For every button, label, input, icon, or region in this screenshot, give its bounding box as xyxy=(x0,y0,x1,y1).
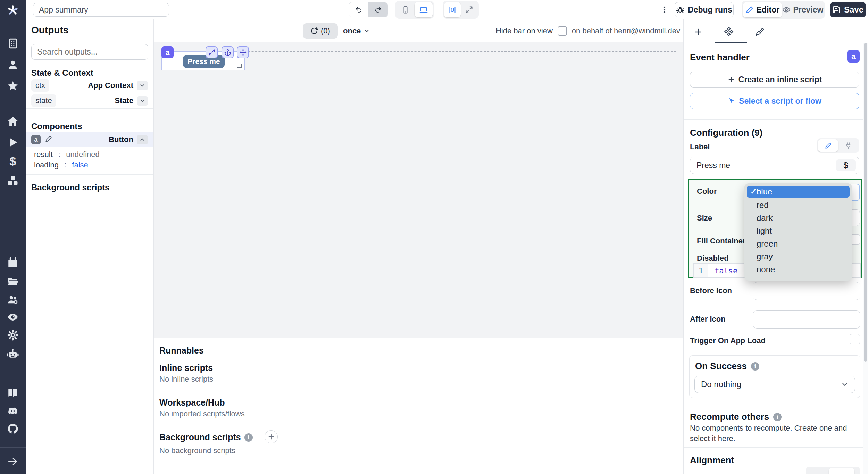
panel-scrollbar[interactable] xyxy=(863,43,868,474)
resize-handle[interactable] xyxy=(237,64,242,68)
user-icon[interactable] xyxy=(7,59,19,71)
insert-component-tab[interactable] xyxy=(691,25,705,39)
after-icon-input[interactable] xyxy=(753,310,860,329)
color-option-green[interactable]: green xyxy=(744,237,852,250)
component-id-badge-canvas[interactable]: a xyxy=(161,46,174,58)
groups-users-icon[interactable] xyxy=(7,294,19,306)
audit-eye-icon[interactable] xyxy=(7,311,19,323)
label-value-input[interactable] xyxy=(690,157,836,174)
styling-tab[interactable] xyxy=(753,25,767,39)
active-tab-underline xyxy=(715,42,747,43)
state-type-label: State xyxy=(115,96,133,105)
more-options-button[interactable] xyxy=(659,5,670,15)
workspace-hub-title: Workspace/Hub xyxy=(159,398,225,408)
variables-dollar-icon[interactable]: $ xyxy=(7,156,19,167)
add-background-script-button[interactable] xyxy=(265,430,278,443)
color-option-blue[interactable]: ✓ blue xyxy=(747,186,850,198)
alignment-control[interactable] xyxy=(806,467,860,474)
expand-component-button[interactable] xyxy=(206,46,218,58)
trigger-on-app-load-checkbox[interactable] xyxy=(850,334,860,344)
before-icon-label: Before Icon xyxy=(690,286,732,295)
hide-bar-checkbox[interactable] xyxy=(558,26,567,36)
docs-book-icon[interactable] xyxy=(7,387,19,399)
redo-button[interactable] xyxy=(368,2,388,17)
chevron-down-icon xyxy=(139,82,145,89)
workspace-icon[interactable] xyxy=(7,38,19,49)
scrollbar-thumb[interactable] xyxy=(864,43,867,362)
before-icon-input[interactable] xyxy=(753,282,860,300)
runs-play-icon[interactable] xyxy=(7,136,19,148)
resources-blocks-icon[interactable] xyxy=(7,175,19,186)
app-editor-screen: $ xyxy=(0,0,868,474)
debug-runs-button[interactable]: Debug runs xyxy=(675,2,734,17)
state-expand-button[interactable] xyxy=(137,96,148,106)
undo-icon xyxy=(355,6,362,14)
refresh-count-button[interactable]: (0) xyxy=(303,23,338,39)
app-summary-input[interactable] xyxy=(33,3,169,17)
hide-bar-label: Hide bar on view xyxy=(496,26,553,35)
ctx-expand-button[interactable] xyxy=(137,81,148,90)
alignment-active-segment[interactable] xyxy=(829,468,854,474)
prop-value: undefined xyxy=(66,150,100,159)
inline-scripts-title: Inline scripts xyxy=(159,363,213,373)
info-icon[interactable]: i xyxy=(244,433,253,442)
plus-icon xyxy=(727,76,735,83)
connect-mode-button[interactable] xyxy=(838,139,858,152)
anchor-component-button[interactable] xyxy=(222,46,234,58)
windmill-logo-icon[interactable] xyxy=(7,5,19,16)
component-row-button[interactable]: a Button xyxy=(26,132,153,147)
component-settings-tab[interactable] xyxy=(722,25,736,39)
chevron-up-icon xyxy=(139,136,145,143)
prop-result-row[interactable]: result : undefined xyxy=(34,150,100,159)
rename-pencil-icon[interactable] xyxy=(45,135,52,144)
code-line-number: 1 xyxy=(694,264,708,277)
static-mode-button[interactable] xyxy=(818,139,838,152)
preview-tab-label: Preview xyxy=(793,5,824,15)
divider xyxy=(26,108,153,109)
fullwidth-layout-button[interactable] xyxy=(461,2,477,17)
after-icon-label: After Icon xyxy=(690,315,726,324)
color-option-dark[interactable]: dark xyxy=(744,211,852,224)
plus-icon xyxy=(267,433,275,441)
color-option-none[interactable]: none xyxy=(744,263,852,276)
expand-sidebar-arrow-icon[interactable] xyxy=(7,456,19,467)
info-icon[interactable]: i xyxy=(773,413,782,421)
template-dollar-button[interactable]: $ xyxy=(836,159,856,171)
favorites-star-icon[interactable] xyxy=(7,80,19,92)
mobile-view-button[interactable] xyxy=(397,2,415,17)
preview-tab[interactable]: Preview xyxy=(782,2,824,17)
color-option-red[interactable]: red xyxy=(744,199,852,211)
desktop-view-button[interactable] xyxy=(415,2,433,17)
prop-loading-row[interactable]: loading : false xyxy=(34,160,88,169)
output-row-ctx[interactable]: ctx App Context xyxy=(26,78,153,93)
create-inline-script-button[interactable]: Create an inline script xyxy=(690,72,859,88)
settings-gear-icon[interactable] xyxy=(7,329,19,341)
on-success-select[interactable]: Do nothing xyxy=(694,376,855,393)
output-row-state[interactable]: state State xyxy=(26,93,153,108)
move-component-button[interactable] xyxy=(237,46,249,58)
schedule-mode-dropdown[interactable]: once xyxy=(343,19,370,42)
discord-icon[interactable] xyxy=(7,405,19,417)
color-option-light[interactable]: light xyxy=(744,224,852,237)
center-layout-button[interactable] xyxy=(444,2,461,17)
schedules-calendar-icon[interactable] xyxy=(7,257,19,268)
event-handler-component-badge: a xyxy=(847,50,860,63)
github-icon[interactable] xyxy=(7,423,19,435)
canvas-press-me-button[interactable]: Press me xyxy=(183,55,225,68)
ai-robot-icon[interactable] xyxy=(7,348,19,360)
configuration-title: Configuration (9) xyxy=(690,127,762,138)
home-icon[interactable] xyxy=(7,116,19,127)
folders-icon[interactable] xyxy=(7,275,19,287)
save-label: Save xyxy=(844,5,863,15)
color-option-gray[interactable]: gray xyxy=(744,250,852,263)
info-icon[interactable]: i xyxy=(751,362,759,371)
save-button[interactable]: Save xyxy=(830,2,866,17)
component-collapse-button[interactable] xyxy=(137,135,148,144)
topbar: Debug runs Editor Preview Save xyxy=(26,0,868,19)
undo-button[interactable] xyxy=(349,2,368,17)
fill-container-field-label: Fill Container xyxy=(697,236,746,246)
search-outputs-input[interactable] xyxy=(31,44,148,60)
select-script-button[interactable]: Select a script or flow xyxy=(690,93,859,109)
editor-tab[interactable]: Editor xyxy=(743,2,782,17)
on-success-title: On Success xyxy=(695,361,747,372)
